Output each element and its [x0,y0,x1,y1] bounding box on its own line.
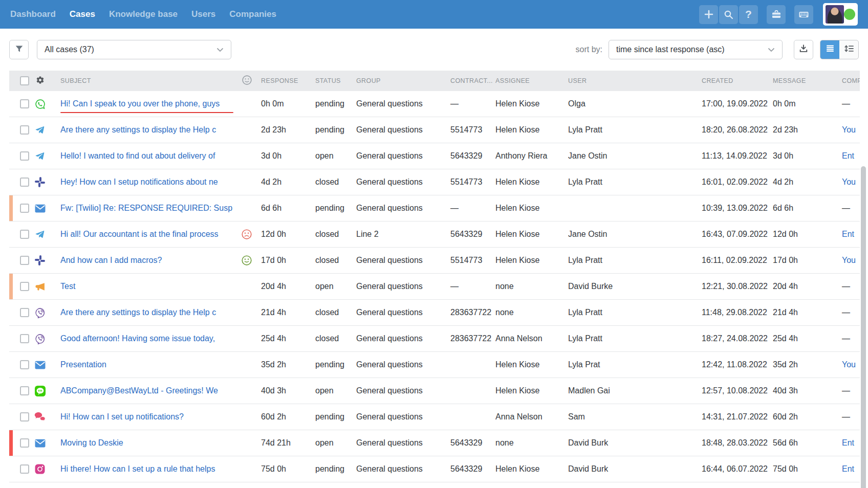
subject-link[interactable]: ABCompany@BestWayLtd - Greetings! We [60,386,234,395]
services-button[interactable] [767,5,786,24]
row-checkbox[interactable] [20,308,29,317]
subject-link[interactable]: Hey! How can I setup notifications about… [60,178,234,187]
response-time: 6d 6h [259,195,313,221]
subject-link[interactable]: Presentation [60,360,234,369]
table-row[interactable]: Are there any settings to display the He… [9,300,860,326]
table-row[interactable]: Hey! How can I setup notifications about… [9,169,860,195]
subject-link[interactable]: Hi there! How can I set up a rule that h… [60,464,234,474]
row-checkbox[interactable] [20,438,29,448]
contract-cell [440,378,495,404]
row-checkbox[interactable] [20,282,29,291]
subject-link[interactable]: Good afternoon! Having some issue today, [60,334,234,343]
subject-cell: Good afternoon! Having some issue today, [49,326,234,351]
row-checkbox-cell [9,248,31,273]
sort-select[interactable]: time since last response (asc) [609,40,783,59]
nav-item-dashboard[interactable]: Dashboard [10,9,56,19]
user-cell: Olga [568,91,681,117]
row-checkbox[interactable] [20,386,29,395]
download-icon [799,44,808,55]
filter-button[interactable] [9,40,29,59]
row-checkbox[interactable] [20,99,29,108]
subject-link[interactable]: And how can I add macros? [60,256,234,265]
table-row[interactable]: Hi! Can I speak to you over the phone, g… [9,91,860,117]
table-row[interactable]: Hi all! Our accountant is at the final p… [9,221,860,248]
cases-filter-value: All cases (37) [45,45,94,54]
sort-value: time since last response (asc) [616,45,725,54]
row-checkbox[interactable] [20,360,29,369]
account-menu[interactable] [823,3,858,26]
subject-link[interactable]: Hi! Can I speak to you over the phone, g… [60,99,234,108]
table-row[interactable]: Test20d 4hopenGeneral questions—noneDavi… [9,274,860,300]
case-icon [771,9,782,19]
cases-filter-select[interactable]: All cases (37) [37,40,231,59]
table-row[interactable]: Are there any settings to display the He… [9,117,860,143]
company-link[interactable]: Ent [842,230,854,239]
group-cell: General questions [354,91,440,117]
telegram-icon [31,117,49,143]
subject-link[interactable]: Are there any settings to display the He… [60,308,234,317]
table-row[interactable]: Fw: [Twilio] Re: RESPONSE REQUIRED: Susp… [9,195,860,221]
table-row[interactable]: And how can I add macros?17d 0hclosedGen… [9,248,860,274]
subject-link[interactable]: Hi! How can I set up notifications? [60,412,234,422]
nav-item-users[interactable]: Users [191,9,215,19]
company-link[interactable]: Ent [842,438,854,448]
row-checkbox[interactable] [20,256,29,265]
subject-link[interactable]: Fw: [Twilio] Re: RESPONSE REQUIRED: Susp [60,204,234,213]
email-icon [31,430,49,456]
nav-item-cases[interactable]: Cases [70,9,95,19]
row-checkbox[interactable] [20,230,29,239]
vertical-scrollbar[interactable] [861,166,866,488]
settings-column[interactable] [31,76,49,86]
company-link[interactable]: You [842,178,856,187]
assignee-cell: Helen Kiose [495,117,568,143]
company-cell: — [816,91,860,117]
contract-cell: — [440,274,495,299]
subject-link[interactable]: Are there any settings to display the He… [60,125,234,135]
row-checkbox-cell [9,456,31,482]
cases-table: SUBJECT RESPONSE STATUS GROUP CONTRACT..… [9,71,860,482]
nav-item-knowledge-base[interactable]: Knowledge base [109,9,178,19]
company-link[interactable]: Ent [842,464,854,474]
row-checkbox[interactable] [20,334,29,343]
company-link[interactable]: You [842,125,856,135]
density-view-button[interactable] [839,40,858,59]
table-row[interactable]: Moving to Deskie74d 21hopenGeneral quest… [9,430,860,456]
online-status-dot[interactable] [844,9,855,20]
list-view-button[interactable] [820,40,839,59]
subject-link[interactable]: Moving to Deskie [60,438,234,448]
help-button[interactable]: ? [739,5,758,24]
add-case-button[interactable] [699,5,718,24]
company-cell: — [816,300,860,325]
export-button[interactable] [794,40,813,59]
row-checkbox[interactable] [20,204,29,213]
rating-cell [234,404,259,430]
subject-link[interactable]: Hello! I wanted to find out about delive… [60,151,234,161]
row-accent-bar [9,274,13,299]
row-checkbox[interactable] [20,125,29,135]
search-button[interactable] [719,5,738,24]
company-link[interactable]: You [842,360,856,369]
row-checkbox[interactable] [20,412,29,422]
table-row[interactable]: Hi! How can I set up notifications?60d 2… [9,404,860,430]
table-row[interactable]: Hi there! How can I set up a rule that h… [9,456,860,482]
table-row[interactable]: ABCompany@BestWayLtd - Greetings! We40d … [9,378,860,404]
table-row[interactable]: Hello! I wanted to find out about delive… [9,143,860,169]
table-row[interactable]: Presentation35d 2hpendingGeneral questio… [9,352,860,378]
row-checkbox[interactable] [20,151,29,161]
keyboard-shortcuts-button[interactable] [794,5,813,24]
created-cell: 16:01, 02.09.2022 [681,169,773,195]
group-cell: Line 2 [354,221,440,247]
subject-link[interactable]: Hi all! Our accountant is at the final p… [60,230,234,239]
nav-item-companies[interactable]: Companies [229,9,276,19]
row-checkbox[interactable] [20,464,29,474]
subject-link[interactable]: Test [60,282,234,291]
response-time: 2d 23h [259,117,313,143]
company-cell: — [816,378,860,404]
row-checkbox[interactable] [20,178,29,187]
company-link[interactable]: Ent [842,151,854,161]
company-link[interactable]: You [842,256,856,265]
company-cell: You [816,169,860,195]
select-all-checkbox[interactable] [20,76,29,85]
created-cell: 12:42, 11.08.2022 [681,352,773,378]
table-row[interactable]: Good afternoon! Having some issue today,… [9,326,860,352]
